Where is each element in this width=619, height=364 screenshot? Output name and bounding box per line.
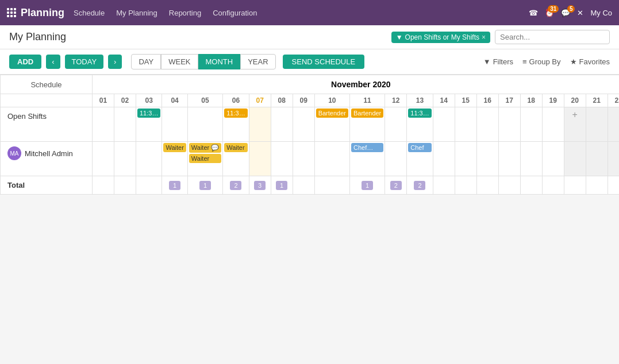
view-day-button[interactable]: DAY [131, 54, 161, 69]
month-header: November 2020 [93, 75, 620, 94]
filters-button[interactable]: ▼ Filters [483, 57, 513, 66]
shift-chip[interactable]: Chef [408, 143, 431, 152]
add-button[interactable]: ADD [9, 55, 41, 69]
shift-chip[interactable]: 11:3… [408, 109, 431, 118]
shift-chip[interactable]: Bartender [316, 109, 348, 118]
day-cell-mitchell-10[interactable] [314, 142, 349, 176]
day-cell-open-shifts-20[interactable]: + [564, 107, 586, 142]
day-cell-open-shifts-12[interactable] [385, 107, 407, 142]
total-bar: 2 [414, 181, 425, 190]
day-cell-open-shifts-22[interactable] [608, 107, 619, 142]
nav-schedule[interactable]: Schedule [74, 9, 105, 17]
day-cell-mitchell-22[interactable] [608, 142, 619, 176]
total-cell-10 [314, 176, 349, 195]
day-cell-open-shifts-08[interactable] [271, 107, 293, 142]
day-cell-mitchell-16[interactable] [476, 142, 498, 176]
shift-chip[interactable]: 11:3… [224, 109, 247, 118]
shift-chip[interactable]: Waiter [189, 154, 221, 163]
day-cell-mitchell-02[interactable] [114, 142, 136, 176]
view-week-button[interactable]: WEEK [161, 54, 198, 69]
day-cell-mitchell-20[interactable] [564, 142, 586, 176]
user-menu[interactable]: My Co [590, 9, 612, 17]
view-month-button[interactable]: MONTH [198, 54, 241, 69]
day-cell-open-shifts-11[interactable]: Bartender [349, 107, 385, 142]
day-cell-mitchell-05[interactable]: Waiter 💬Waiter [187, 142, 222, 176]
day-cell-mitchell-19[interactable] [542, 142, 564, 176]
day-cell-open-shifts-07[interactable] [249, 107, 271, 142]
add-shift-button[interactable]: + [566, 109, 585, 121]
calendar-table: Schedule November 2020 01020304050607080… [0, 75, 619, 195]
row-name: Mitchell Admin [25, 149, 73, 158]
day-cell-open-shifts-05[interactable] [187, 107, 222, 142]
day-cell-mitchell-01[interactable] [93, 142, 114, 176]
day-cell-mitchell-12[interactable] [385, 142, 407, 176]
nav-configuration[interactable]: Configuration [213, 9, 257, 17]
nav-my-planning[interactable]: My Planning [116, 9, 157, 17]
close-icon[interactable]: ✕ [577, 9, 583, 17]
total-bar: 1 [169, 181, 180, 190]
activity-icon[interactable]: ⏰ 31 [545, 9, 554, 17]
day-cell-open-shifts-14[interactable] [433, 107, 455, 142]
day-cell-open-shifts-01[interactable] [93, 107, 114, 142]
day-cell-open-shifts-04[interactable] [162, 107, 187, 142]
apps-icon[interactable] [7, 8, 16, 17]
shift-chip[interactable]: 11:3… [137, 109, 160, 118]
shift-chip[interactable]: Waiter 💬 [189, 143, 221, 153]
days-label-spacer [1, 94, 93, 107]
total-row: Total11231122 [1, 176, 620, 195]
group-by-button[interactable]: ≡ Group By [522, 57, 561, 66]
shift-chip[interactable]: Waiter [163, 143, 186, 152]
shift-chip[interactable]: Bartender [351, 109, 383, 118]
day-cell-open-shifts-21[interactable] [586, 107, 608, 142]
day-cell-mitchell-09[interactable] [293, 142, 314, 176]
day-cell-open-shifts-18[interactable] [520, 107, 542, 142]
prev-button[interactable]: ‹ [46, 55, 60, 69]
phone-icon[interactable]: ☎ [529, 9, 538, 17]
search-input[interactable] [495, 30, 610, 44]
today-button[interactable]: TODAY [65, 55, 104, 69]
day-cell-mitchell-06[interactable]: Waiter [223, 142, 249, 176]
favorites-button[interactable]: ★ Favorites [570, 57, 610, 66]
app-logo[interactable]: Planning [7, 7, 64, 19]
total-cell-18 [520, 176, 542, 195]
day-cell-open-shifts-10[interactable]: Bartender [314, 107, 349, 142]
day-header-11: 11 [349, 94, 385, 107]
filter-remove-button[interactable]: × [482, 33, 486, 41]
day-cell-open-shifts-17[interactable] [498, 107, 520, 142]
day-cell-open-shifts-06[interactable]: 11:3… [223, 107, 249, 142]
day-cell-open-shifts-19[interactable] [542, 107, 564, 142]
day-cell-mitchell-17[interactable] [498, 142, 520, 176]
messages-icon[interactable]: 💬 5 [561, 9, 570, 17]
send-schedule-button[interactable]: SEND SCHEDULE [283, 55, 365, 69]
shift-chip[interactable]: Chef… [351, 143, 383, 152]
filter-tag[interactable]: ▼ Open Shifts or My Shifts × [391, 32, 490, 43]
day-cell-mitchell-03[interactable] [136, 142, 162, 176]
day-cell-open-shifts-13[interactable]: 11:3… [407, 107, 433, 142]
total-cell-15 [455, 176, 476, 195]
total-bar: 1 [276, 181, 287, 190]
day-cell-mitchell-07[interactable] [249, 142, 271, 176]
day-cell-open-shifts-16[interactable] [476, 107, 498, 142]
day-cell-mitchell-14[interactable] [433, 142, 455, 176]
day-cell-open-shifts-03[interactable]: 11:3… [136, 107, 162, 142]
day-cell-mitchell-13[interactable]: Chef [407, 142, 433, 176]
day-cell-open-shifts-02[interactable] [114, 107, 136, 142]
nav-reporting[interactable]: Reporting [169, 9, 201, 17]
day-cell-open-shifts-09[interactable] [293, 107, 314, 142]
page-title: My Planning [9, 31, 66, 43]
day-cell-mitchell-08[interactable] [271, 142, 293, 176]
day-cell-mitchell-15[interactable] [455, 142, 476, 176]
day-header-10: 10 [314, 94, 349, 107]
day-cell-mitchell-21[interactable] [586, 142, 608, 176]
day-cell-mitchell-04[interactable]: Waiter [162, 142, 187, 176]
view-year-button[interactable]: YEAR [240, 54, 275, 69]
total-bar: 1 [362, 181, 373, 190]
total-cell-20 [564, 176, 586, 195]
total-cell-17 [498, 176, 520, 195]
next-button[interactable]: › [108, 55, 122, 69]
day-header-17: 17 [498, 94, 520, 107]
shift-chip[interactable]: Waiter [224, 143, 247, 152]
day-cell-mitchell-11[interactable]: Chef… [349, 142, 385, 176]
day-cell-open-shifts-15[interactable] [455, 107, 476, 142]
day-cell-mitchell-18[interactable] [520, 142, 542, 176]
